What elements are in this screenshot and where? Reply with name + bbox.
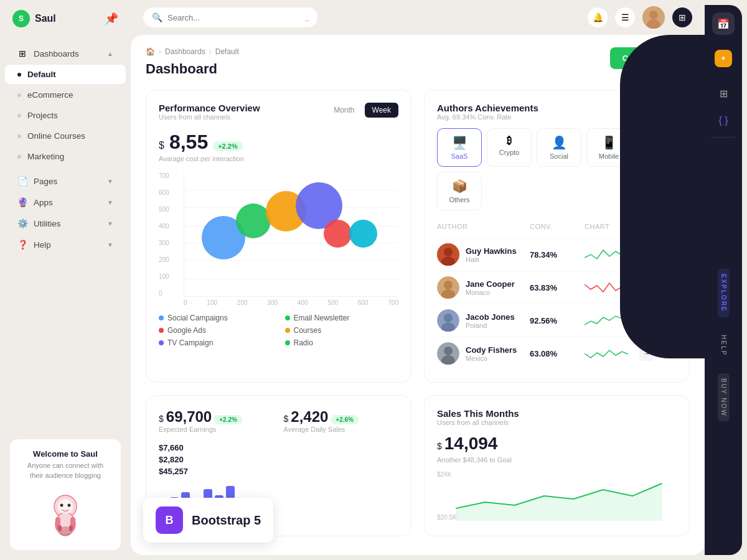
- sidebar-item-default[interactable]: Default: [5, 65, 126, 84]
- pin-icon[interactable]: 📌: [105, 12, 118, 26]
- x-axis: 0 100 200 300 400 500 600 700: [184, 297, 398, 306]
- sales-value: 14,094: [444, 434, 498, 454]
- code-icon[interactable]: { }: [712, 110, 735, 132]
- home-icon: 🏠: [146, 47, 155, 56]
- grid-icon[interactable]: ⊞: [672, 7, 692, 27]
- chart-legend: Social Campaigns Email Newsletter Google…: [159, 314, 398, 347]
- sidebar-item-ecommerce[interactable]: eCommerce: [5, 85, 126, 105]
- search-cursor: _: [305, 14, 309, 21]
- sidebar-footer: Welcome to Saul Anyone can connect with …: [0, 429, 131, 560]
- grid-panel-icon[interactable]: ⊞: [712, 82, 735, 105]
- logo-icon: S: [12, 10, 30, 27]
- sidebar-item-apps[interactable]: 🔮 Apps ▼: [5, 192, 126, 212]
- divider: [711, 137, 736, 138]
- legend-radio: Radio: [285, 338, 399, 347]
- view-btn-1[interactable]: →: [639, 247, 654, 262]
- pages-label: Pages: [34, 177, 57, 186]
- performance-card: Performance Overview Users from all chan…: [146, 90, 411, 383]
- author-avatar-2: [437, 276, 459, 299]
- sidebar-item-dashboards[interactable]: ⊞ Dashboards ▲: [5, 44, 126, 63]
- svg-point-9: [59, 526, 72, 536]
- sales-goal: Another $48,346 to Goal: [437, 456, 677, 464]
- app-name: Saul: [35, 13, 56, 24]
- nav-dot: [17, 73, 21, 77]
- cat-tab-social[interactable]: 👤 Social: [537, 128, 581, 167]
- svg-point-23: [444, 347, 453, 355]
- cat-tab-crypto[interactable]: ₿ Crypto: [487, 128, 532, 167]
- projects-label: Projects: [27, 111, 58, 120]
- nav-dot: [17, 134, 21, 138]
- create-project-button[interactable]: Create Project: [610, 47, 690, 69]
- right-panel: 📅 + ⊞ { } Explore Help Buy now: [705, 5, 742, 555]
- view-btn-3[interactable]: →: [639, 313, 654, 328]
- sidebar-item-pages[interactable]: 📄 Pages ▼: [5, 171, 126, 191]
- col-conv: CONV.: [530, 223, 580, 230]
- chevron-icon: ▼: [107, 220, 113, 227]
- settings-icon[interactable]: ☰: [615, 7, 635, 27]
- authors-card: Authors Achievements Avg. 69.34% Conv. R…: [424, 90, 690, 383]
- nav-dot: [17, 93, 21, 97]
- search-input[interactable]: [167, 13, 300, 22]
- tab-week[interactable]: Week: [365, 103, 398, 118]
- sidebar-item-help[interactable]: ❓ Help ▼: [5, 235, 126, 254]
- daily-badge: +2.6%: [331, 415, 359, 424]
- mini-chart-1: [585, 245, 634, 264]
- breadcrumb-dashboards[interactable]: Dashboards: [165, 47, 205, 56]
- bubble-chart-container: 700 600 500 400 300 200 100 0: [159, 172, 398, 306]
- apps-label: Apps: [34, 198, 53, 207]
- logo: S Saul: [12, 10, 56, 27]
- perf-title: Performance Overview: [159, 103, 260, 113]
- buy-now-label[interactable]: Buy now: [718, 373, 730, 422]
- col-author: AUTHOR: [437, 223, 525, 230]
- sidebar-item-marketing[interactable]: Marketing: [5, 147, 126, 166]
- perf-sub: Users from all channels: [159, 113, 260, 121]
- main-grid: Performance Overview Users from all chan…: [146, 90, 690, 383]
- svg-point-4: [68, 504, 71, 507]
- dashboards-label: Dashboards: [34, 49, 79, 58]
- mini-chart-2: [585, 278, 634, 297]
- chevron-icon: ▼: [107, 178, 113, 185]
- daily-label: Average Daily Sales: [284, 426, 399, 433]
- y-axis: 700 600 500 400 300 200 100 0: [159, 172, 169, 297]
- author-avatar-3: [437, 309, 459, 332]
- legend-social: Social Campaigns: [159, 314, 273, 322]
- view-btn-2[interactable]: →: [639, 280, 654, 295]
- cat-tab-others[interactable]: 📦 Others: [437, 172, 482, 210]
- help-label: Help: [34, 240, 51, 250]
- sidebar-item-utilities[interactable]: ⚙️ Utilities ▼: [5, 213, 126, 233]
- daily-value: 2,420: [291, 408, 328, 426]
- conv-val-1: 78.34%: [530, 250, 580, 259]
- chevron-icon: ▼: [107, 199, 113, 206]
- chevron-icon: ▲: [107, 50, 113, 57]
- utilities-icon: ⚙️: [17, 218, 27, 228]
- sales-chart: $24K $20.5K: [437, 471, 677, 521]
- sidebar-item-online-courses[interactable]: Online Courses: [5, 126, 126, 146]
- col-view: VIEW: [639, 223, 677, 230]
- perf-badge: +2.2%: [213, 141, 243, 151]
- nav-dot: [17, 114, 21, 118]
- add-orange-icon[interactable]: +: [715, 50, 732, 67]
- sidebar-item-projects[interactable]: Projects: [5, 106, 126, 125]
- welcome-subtitle: Anyone can connect with their audience b…: [20, 461, 111, 480]
- notification-icon[interactable]: 🔔: [588, 7, 608, 27]
- cat-tab-saas[interactable]: 🖥️ SaaS: [437, 128, 482, 167]
- default-label: Default: [27, 70, 56, 79]
- page-header: 🏠 › Dashboards › Default Dashboard Creat…: [146, 47, 690, 90]
- cat-tab-mobile[interactable]: 📱 Mobile: [586, 128, 631, 167]
- explore-label[interactable]: Explore: [718, 269, 730, 317]
- sidebar: S Saul 📌 ⊞ Dashboards ▲ Default: [0, 0, 131, 560]
- sidebar-nav: ⊞ Dashboards ▲ Default eCommerce: [0, 37, 131, 429]
- search-box[interactable]: 🔍 _: [143, 7, 317, 27]
- authors-title: Authors Achievements: [437, 103, 677, 113]
- user-avatar[interactable]: [642, 6, 665, 29]
- perf-tabs: Month Week: [326, 103, 398, 118]
- help-icon: ❓: [17, 240, 27, 250]
- tab-month[interactable]: Month: [326, 103, 362, 118]
- calendar-icon[interactable]: 📅: [712, 12, 735, 35]
- topbar-right: 🔔 ☰ ⊞: [588, 6, 692, 29]
- view-btn-4[interactable]: →: [639, 346, 654, 361]
- svg-point-3: [60, 504, 63, 507]
- help-label[interactable]: Help: [718, 330, 730, 361]
- author-row: Cody Fishers Mexico 63.08% →: [437, 337, 677, 370]
- bubble-chart: [184, 172, 398, 297]
